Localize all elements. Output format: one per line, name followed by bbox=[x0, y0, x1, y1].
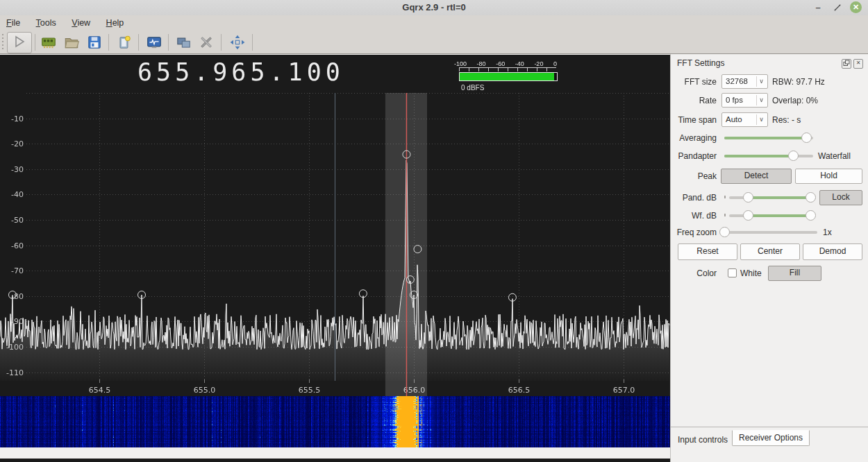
color-row: Color White Fill bbox=[671, 266, 868, 281]
load-settings-button[interactable] bbox=[63, 34, 80, 51]
pand-db-label: Pand. dB bbox=[671, 193, 717, 203]
chevron-down-icon: ∨ bbox=[756, 114, 766, 125]
slider-handle[interactable] bbox=[719, 227, 730, 237]
monitor-wave-icon bbox=[146, 34, 162, 51]
remote-control-settings-button[interactable] bbox=[198, 34, 215, 51]
fill-button[interactable]: Fill bbox=[768, 266, 821, 281]
averaging-label: Averaging bbox=[671, 133, 717, 143]
range-handle-high[interactable] bbox=[806, 192, 816, 203]
pandapter-row: Pandapter Waterfall bbox=[671, 148, 868, 164]
save-settings-button[interactable] bbox=[86, 34, 103, 51]
chevron-down-icon: ∨ bbox=[756, 95, 766, 105]
averaging-row: Averaging bbox=[671, 130, 868, 146]
slider-tick bbox=[724, 214, 726, 216]
rate-combo[interactable]: 0 fps ∨ bbox=[721, 93, 768, 108]
signal-meter: -100 -80 -60 -40 -20 0 0 dBFS bbox=[453, 60, 558, 92]
freq-zoom-slider[interactable] bbox=[722, 227, 817, 237]
spectrum-plot[interactable] bbox=[0, 55, 670, 396]
center-button[interactable]: Center bbox=[740, 243, 800, 260]
color-label: Color bbox=[671, 268, 717, 278]
rate-label: Rate bbox=[671, 96, 717, 105]
bookmark-icon bbox=[116, 34, 133, 51]
peak-hold-button[interactable]: Hold bbox=[795, 169, 862, 184]
dsp-display-button[interactable] bbox=[146, 34, 162, 51]
lock-button[interactable]: Lock bbox=[819, 190, 862, 205]
freq-zoom-label: Freq zoom bbox=[671, 228, 717, 237]
close-button[interactable]: ✕ bbox=[850, 1, 862, 13]
peak-label: Peak bbox=[671, 171, 717, 181]
pand-db-range-slider[interactable] bbox=[729, 192, 813, 203]
range-handle-low[interactable] bbox=[743, 210, 753, 221]
white-checkbox[interactable] bbox=[728, 268, 737, 277]
folder-open-icon bbox=[63, 34, 80, 51]
fft-size-row: FFT size 32768 ∨ RBW: 97.7 Hz bbox=[671, 74, 868, 89]
fullscreen-button[interactable] bbox=[229, 34, 246, 51]
gqrx-window: Gqrx 2.9 - rtl=0 – ✕ File Tools View Hel… bbox=[0, 0, 868, 462]
chevron-down-icon: ∨ bbox=[756, 76, 766, 87]
peak-detect-button[interactable]: Detect bbox=[721, 169, 792, 184]
dock-close-button[interactable]: ✕ bbox=[853, 59, 863, 69]
menu-help[interactable]: Help bbox=[100, 15, 131, 30]
averaging-slider[interactable] bbox=[724, 132, 813, 143]
meter-fill bbox=[460, 73, 554, 80]
toolbar-grip[interactable] bbox=[2, 34, 3, 51]
slider-handle[interactable] bbox=[788, 151, 799, 161]
fft-size-label: FFT size bbox=[671, 77, 717, 87]
menubar: File Tools View Help bbox=[0, 15, 868, 31]
wf-db-row: Wf. dB bbox=[671, 208, 868, 223]
tab-input-controls[interactable]: Input controls bbox=[678, 435, 728, 445]
res-info: Res: - s bbox=[772, 115, 801, 125]
slider-handle[interactable] bbox=[801, 132, 812, 143]
dock-title: FFT Settings bbox=[677, 58, 724, 68]
waterfall-display[interactable] bbox=[0, 396, 670, 447]
rate-row: Rate 0 fps ∨ Overlap: 0% bbox=[671, 93, 868, 108]
save-icon bbox=[86, 34, 103, 51]
window-title: Gqrx 2.9 - rtl=0 bbox=[0, 2, 868, 12]
close-icon: ✕ bbox=[856, 60, 861, 66]
pandapter-split-slider[interactable] bbox=[724, 151, 813, 161]
dock-float-button[interactable] bbox=[842, 59, 851, 69]
meter-value-label: 0 dBFS bbox=[461, 84, 558, 92]
demod-button[interactable]: Demod bbox=[803, 243, 862, 260]
play-icon bbox=[8, 33, 30, 51]
bottom-margin bbox=[0, 447, 670, 459]
pandapter-label: Pandapter bbox=[671, 151, 717, 161]
tab-receiver-options[interactable]: Receiver Options bbox=[732, 430, 810, 446]
dock-panel: FFT Settings ✕ FFT size 32768 ∨ RBW: 97.… bbox=[670, 54, 868, 462]
reset-button[interactable]: Reset bbox=[678, 243, 737, 260]
menu-tools[interactable]: Tools bbox=[30, 15, 62, 30]
freq-zoom-row: Freq zoom 1x bbox=[671, 225, 868, 240]
fft-size-combo[interactable]: 32768 ∨ bbox=[721, 74, 768, 89]
bookmarks-button[interactable] bbox=[116, 34, 133, 51]
range-handle-low[interactable] bbox=[743, 192, 753, 203]
toolbar bbox=[0, 31, 868, 54]
menu-view[interactable]: View bbox=[65, 15, 97, 30]
remote-computers-icon bbox=[175, 34, 192, 51]
meter-bar bbox=[459, 72, 558, 81]
waterfall-label: Waterfall bbox=[818, 151, 851, 161]
zoom-level-value: 1x bbox=[823, 228, 832, 237]
device-icon bbox=[40, 34, 57, 51]
peak-row: Peak Detect Hold bbox=[671, 169, 868, 184]
time-span-row: Time span Auto ∨ Res: - s bbox=[671, 112, 868, 128]
pandapter bbox=[0, 55, 670, 396]
float-icon bbox=[843, 60, 850, 67]
frequency-display[interactable]: 655.965.100 bbox=[137, 58, 344, 86]
rbw-info: RBW: 97.7 Hz bbox=[772, 77, 825, 87]
menu-file[interactable]: File bbox=[0, 15, 26, 30]
maximize-button[interactable] bbox=[832, 2, 843, 13]
minimize-button[interactable]: – bbox=[812, 2, 824, 13]
remote-control-button[interactable] bbox=[175, 34, 192, 51]
wf-db-label: Wf. dB bbox=[671, 211, 717, 221]
range-handle-high[interactable] bbox=[806, 210, 816, 221]
fft-settings-dock: FFT Settings ✕ FFT size 32768 ∨ RBW: 97.… bbox=[671, 54, 868, 427]
pand-db-row: Pand. dB Lock bbox=[671, 190, 868, 205]
time-span-combo[interactable]: Auto ∨ bbox=[721, 112, 768, 127]
titlebar: Gqrx 2.9 - rtl=0 – ✕ bbox=[0, 0, 868, 15]
start-dsp-button[interactable] bbox=[7, 32, 32, 53]
wf-db-range-slider[interactable] bbox=[729, 210, 813, 221]
configure-io-devices-button[interactable] bbox=[40, 34, 57, 51]
plot-buttons-row: Reset Center Demod bbox=[671, 243, 868, 260]
time-span-label: Time span bbox=[671, 115, 717, 125]
maximize-icon bbox=[832, 2, 843, 13]
